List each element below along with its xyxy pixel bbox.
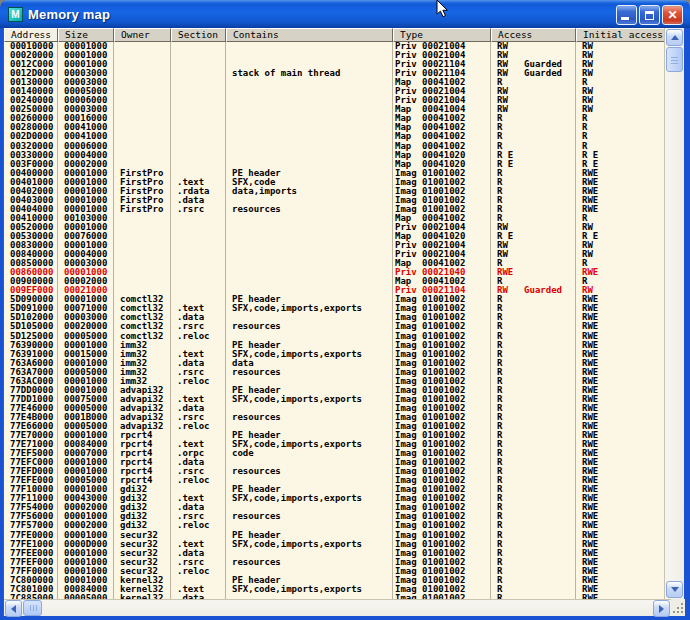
cell-size: 00003000 bbox=[58, 69, 114, 78]
table-row[interactable]: 77F5700000002000gdi32.relocImag 01001002… bbox=[4, 521, 665, 530]
resize-grip[interactable] bbox=[671, 599, 685, 616]
table-row[interactable]: 0014000000005000Priv 00021004RWRW bbox=[4, 87, 665, 96]
table-row[interactable]: 77FE10000000D000secur32.textSFX,code,imp… bbox=[4, 540, 665, 549]
table-row[interactable]: 0040200000001000FirstPro.rdatadata,impor… bbox=[4, 187, 665, 196]
table-row[interactable]: 77EFE00000005000rpcrt4.relocImag 0100100… bbox=[4, 476, 665, 485]
column-header-owner[interactable]: Owner bbox=[114, 28, 171, 42]
table-row[interactable]: 77F1100000043000gdi32.textSFX,code,impor… bbox=[4, 494, 665, 503]
column-header-size[interactable]: Size bbox=[58, 28, 114, 42]
title-bar[interactable]: M Memory map ✕ bbox=[0, 0, 690, 28]
table-row[interactable]: 0002000000001000Priv 00021004RWRW bbox=[4, 51, 665, 60]
table-row[interactable]: 0040300000001000FirstPro.dataImag 010010… bbox=[4, 196, 665, 205]
cell-access: R bbox=[491, 567, 576, 576]
table-row[interactable]: 0085000000003000Map 00041002RR bbox=[4, 259, 665, 268]
table-row[interactable]: 0086000000001000Priv 00021040RWERWE bbox=[4, 268, 665, 277]
table-row[interactable]: 002D000000041000Map 00041002RR bbox=[4, 132, 665, 141]
column-header-section[interactable]: Section bbox=[171, 28, 226, 42]
horizontal-scroll-thumb[interactable] bbox=[23, 600, 42, 616]
cell-contains: resources bbox=[226, 322, 393, 331]
table-row[interactable]: 77FE000000001000secur32PE headerImag 010… bbox=[4, 531, 665, 540]
table-row[interactable]: 0040100000001000FirstPro.textSFX,codeIma… bbox=[4, 178, 665, 187]
table-row[interactable]: 0040400000001000FirstPro.rsrcresourcesIm… bbox=[4, 205, 665, 214]
table-row[interactable]: 5D09000000001000comctl32PE headerImag 01… bbox=[4, 295, 665, 304]
table-row[interactable]: 0026000000016000Map 00041002RR bbox=[4, 114, 665, 123]
cell-type: Imag 01001002 bbox=[393, 359, 491, 368]
minimize-button[interactable] bbox=[616, 5, 637, 25]
scroll-down-button[interactable] bbox=[666, 581, 683, 598]
table-row[interactable]: 77E7100000084000rpcrt4.textSFX,code,impo… bbox=[4, 440, 665, 449]
table-row[interactable]: 5D12500000005000comctl32.relocImag 01001… bbox=[4, 332, 665, 341]
table-row[interactable]: 0012D00000003000stack of main threadPriv… bbox=[4, 69, 665, 78]
table-row[interactable]: 0025000000003000Map 00041004RWRW bbox=[4, 105, 665, 114]
column-header-address[interactable]: Address bbox=[4, 28, 58, 42]
table-row[interactable]: 0033000000004000Map 00041020R ER E bbox=[4, 151, 665, 160]
table-row[interactable]: 77FEE00000001000secur32.dataImag 0100100… bbox=[4, 549, 665, 558]
cell-type: Imag 01001002 bbox=[393, 295, 491, 304]
table-row[interactable]: 7C80100000084000kernel32.textSFX,code,im… bbox=[4, 585, 665, 594]
column-header-type[interactable]: Type bbox=[393, 28, 491, 42]
cell-type: Imag 01001002 bbox=[393, 404, 491, 413]
table-row[interactable]: 7639100000015000imm32.textSFX,code,impor… bbox=[4, 350, 665, 359]
table-row[interactable]: 77E4600000005000advapi32.dataImag 010010… bbox=[4, 404, 665, 413]
table-row[interactable]: 77F5600000001000gdi32.rsrcresourcesImag … bbox=[4, 512, 665, 521]
table-row[interactable]: 77F5400000002000gdi32.dataImag 01001002R… bbox=[4, 503, 665, 512]
cell-section bbox=[171, 531, 226, 540]
scroll-up-button[interactable] bbox=[666, 29, 683, 46]
table-row[interactable]: 77F1000000001000gdi32PE headerImag 01001… bbox=[4, 485, 665, 494]
table-row[interactable]: 77FEF00000001000secur32.rsrcresourcesIma… bbox=[4, 558, 665, 567]
scroll-left-button[interactable] bbox=[5, 600, 22, 617]
table-row[interactable]: 77EF500000007000rpcrt4.orpccodeImag 0100… bbox=[4, 449, 665, 458]
vertical-scrollbar[interactable] bbox=[664, 28, 684, 599]
cell-contains bbox=[226, 458, 393, 467]
table-row[interactable]: 0028000000041000Map 00041002RR bbox=[4, 123, 665, 132]
table-row[interactable]: 763A700000005000imm32.rsrcresourcesImag … bbox=[4, 368, 665, 377]
table-row[interactable]: 763A600000001000imm32.datadataImag 01001… bbox=[4, 359, 665, 368]
table-row[interactable]: 77DD100000075000advapi32.textSFX,code,im… bbox=[4, 395, 665, 404]
cell-type: Map 00041002 bbox=[393, 78, 491, 87]
table-row[interactable]: 0024000000006000Priv 00021004RWRW bbox=[4, 96, 665, 105]
table-row[interactable]: 7639000000001000imm32PE headerImag 01001… bbox=[4, 341, 665, 350]
close-button[interactable]: ✕ bbox=[662, 5, 683, 25]
table-row[interactable]: 7C80000000001000kernel32PE headerImag 01… bbox=[4, 576, 665, 585]
table-row[interactable]: 77E6600000005000advapi32.relocImag 01001… bbox=[4, 422, 665, 431]
table-row[interactable]: 77E7000000001000rpcrt4PE headerImag 0100… bbox=[4, 431, 665, 440]
maximize-button[interactable] bbox=[639, 5, 660, 25]
table-row[interactable]: 0013000000003000Map 00041002RR bbox=[4, 78, 665, 87]
table-row[interactable]: 763AC00000001000imm32.relocImag 01001002… bbox=[4, 377, 665, 386]
horizontal-scrollbar[interactable] bbox=[4, 599, 685, 616]
table-row[interactable]: 0090000000002000Map 00041002RR bbox=[4, 277, 665, 286]
table-row[interactable]: 0052000000001000Priv 00021004RWRW bbox=[4, 223, 665, 232]
table-row[interactable]: 0053000000076000Map 00041020R ER E bbox=[4, 232, 665, 241]
cell-type: Priv 00021004 bbox=[393, 223, 491, 232]
table-row[interactable]: 77EFC00000001000rpcrt4.dataImag 01001002… bbox=[4, 458, 665, 467]
vertical-scroll-thumb[interactable] bbox=[666, 47, 683, 72]
table-row[interactable]: 0084000000004000Priv 00021004RWRW bbox=[4, 250, 665, 259]
cell-contains bbox=[226, 87, 393, 96]
cell-access: R bbox=[491, 512, 576, 521]
table-row[interactable]: 0040000000001000FirstProPE headerImag 01… bbox=[4, 169, 665, 178]
column-header-initial[interactable]: Initial access bbox=[576, 28, 665, 42]
table-row[interactable]: 5D10200000003000comctl32.dataImag 010010… bbox=[4, 313, 665, 322]
table-row[interactable]: 0032000000006000Map 00041002RR bbox=[4, 142, 665, 151]
table-row[interactable]: 0001000000001000Priv 00021004RWRW bbox=[4, 42, 665, 51]
table-row[interactable]: 5D09100000071000comctl32.textSFX,code,im… bbox=[4, 304, 665, 313]
table-row[interactable]: 77EFD00000001000rpcrt4.rsrcresourcesImag… bbox=[4, 467, 665, 476]
cell-access: R bbox=[491, 431, 576, 440]
column-header-contains[interactable]: Contains bbox=[226, 28, 393, 42]
table-row[interactable]: 5D10500000020000comctl32.rsrcresourcesIm… bbox=[4, 322, 665, 331]
scroll-right-button[interactable] bbox=[653, 600, 670, 617]
table-row[interactable]: 0083000000001000Priv 00021004RWRW bbox=[4, 241, 665, 250]
table-row[interactable]: 0012C00000001000Priv 00021104RW GuardedR… bbox=[4, 60, 665, 69]
table-row[interactable]: 77DD000000001000advapi32PE headerImag 01… bbox=[4, 386, 665, 395]
cell-section bbox=[171, 160, 226, 169]
table-row[interactable]: 009EF00000021000Priv 00021104RW GuardedR… bbox=[4, 286, 665, 295]
table-row[interactable]: 77E4B0000001B000advapi32.rsrcresourcesIm… bbox=[4, 413, 665, 422]
cell-contains: resources bbox=[226, 467, 393, 476]
table-row[interactable]: 0041000000103000Map 00041002RR bbox=[4, 214, 665, 223]
cell-type: Priv 00021004 bbox=[393, 250, 491, 259]
cell-contains bbox=[226, 476, 393, 485]
cell-type: Map 00041002 bbox=[393, 142, 491, 151]
table-row[interactable]: 003F000000002000Map 00041020R ER E bbox=[4, 160, 665, 169]
table-row[interactable]: 77FF000000001000secur32.relocImag 010010… bbox=[4, 567, 665, 576]
column-header-access[interactable]: Access bbox=[491, 28, 576, 42]
